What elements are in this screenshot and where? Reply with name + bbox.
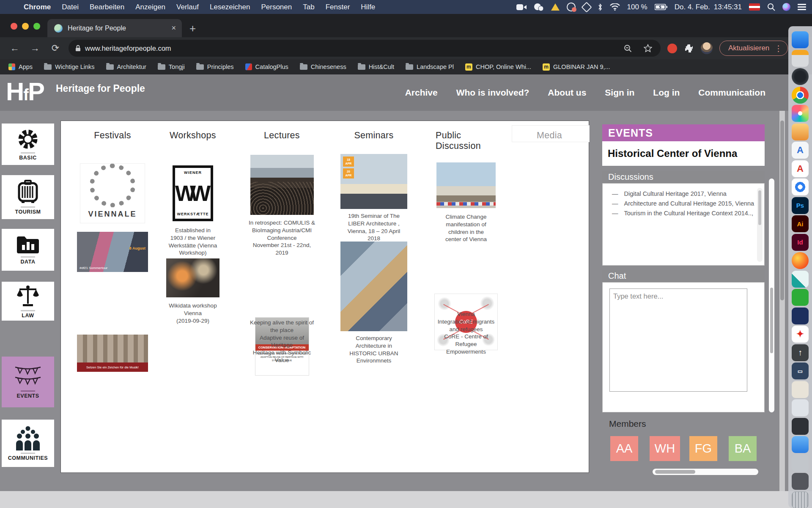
menubar-item-fenster[interactable]: Fenster — [326, 3, 350, 11]
sidebar-item-law[interactable]: LAW — [2, 282, 54, 321]
menubar-item-verlauf[interactable]: Verlauf — [176, 3, 199, 11]
dock-preview-icon[interactable] — [792, 124, 809, 140]
menubar-item-personen[interactable]: Personen — [261, 3, 292, 11]
discussions-scrollbar[interactable] — [757, 188, 763, 262]
adblock-extension-icon[interactable] — [667, 44, 677, 53]
panel-scrollbar[interactable] — [769, 178, 774, 412]
profile-avatar[interactable] — [701, 42, 713, 54]
climate-manifestation-photo[interactable] — [436, 162, 496, 208]
dock-wechat-icon[interactable] — [792, 289, 809, 306]
siri-icon[interactable] — [782, 3, 790, 11]
dock-swirl-app-icon[interactable] — [792, 178, 809, 195]
bookmark-histcult[interactable]: Hist&Cult — [358, 63, 394, 70]
bookmark-wichtige-links[interactable]: Wichtige Links — [44, 63, 94, 70]
wiener-werkstaette-logo-card[interactable]: WIENER WW WERKSTÆTTE — [173, 165, 213, 221]
dock-camera-lens-icon[interactable] — [792, 68, 809, 85]
discussion-item[interactable]: —Tourism in the Cultural Heritage Contex… — [612, 210, 760, 217]
seminar-cityscape-photo[interactable] — [340, 242, 407, 331]
member-tile-aa[interactable]: AA — [610, 436, 638, 461]
nav-log-in[interactable]: Log in — [653, 88, 680, 98]
dock-share-app-icon[interactable]: ↑ — [792, 344, 809, 361]
dock-gray-window-icon[interactable] — [792, 455, 809, 472]
minimize-window-button[interactable] — [22, 23, 29, 30]
refresh-pill-button[interactable]: Aktualisieren ⋮ — [719, 41, 788, 56]
viennale-logo-card[interactable]: VIENNALE — [80, 163, 145, 223]
wifi-icon[interactable] — [610, 3, 620, 11]
bookmark-chineseness[interactable]: Chineseness — [300, 63, 346, 70]
menubar-item-anzeigen[interactable]: Anzeigen — [135, 3, 165, 11]
address-bar[interactable]: www.heritageforpeople.com — [69, 40, 661, 57]
menubar-item-lesezeichen[interactable]: Lesezeichen — [210, 3, 250, 11]
festival-bus-photo[interactable]: 8 August #df21 Sommertour — [77, 232, 148, 272]
video-camera-icon[interactable] — [516, 4, 527, 11]
page-scrollbar-thumb[interactable] — [780, 121, 784, 300]
reload-button[interactable]: ⟳ — [50, 43, 61, 54]
dock-display-icon[interactable] — [792, 31, 809, 48]
dock-finder-window-icon[interactable] — [792, 399, 809, 416]
dock-acrobat-icon[interactable]: ✦ — [792, 326, 809, 343]
discussion-item[interactable]: —Architecture and Cultural Heritage 2015… — [612, 200, 760, 207]
dock-mail-icon[interactable] — [792, 436, 809, 453]
dock-flame-app-icon[interactable] — [792, 252, 809, 269]
creative-cloud-icon[interactable] — [567, 3, 576, 11]
new-tab-button[interactable]: + — [189, 22, 196, 35]
dock-trash-icon[interactable] — [792, 492, 809, 508]
notification-center-icon[interactable] — [798, 3, 806, 11]
menubar-item-datei[interactable]: Datei — [62, 3, 79, 11]
workshop-photo[interactable] — [166, 258, 219, 297]
menubar-app-name[interactable]: Chrome — [24, 3, 51, 11]
box-sync-icon[interactable] — [581, 2, 592, 12]
member-tile-wh[interactable]: WH — [650, 436, 680, 461]
search-icon[interactable] — [767, 3, 775, 11]
dock-indesign-icon[interactable]: Id — [792, 234, 809, 251]
nav-about-us[interactable]: About us — [548, 88, 586, 98]
dock-terminal-icon[interactable] — [792, 418, 809, 435]
seminar-vienna-photo[interactable]: 18 APR 20 APR — [340, 154, 407, 209]
nav-sign-in[interactable]: Sign in — [605, 88, 634, 98]
wechat-icon[interactable] — [534, 3, 544, 11]
bookmark-apps[interactable]: Apps — [8, 63, 33, 70]
chat-input[interactable] — [609, 288, 747, 392]
dock-teal-mountain-app-icon[interactable] — [792, 271, 809, 288]
browser-tab[interactable]: Heritage for People × — [47, 19, 182, 37]
festival-arcade-photo[interactable]: Setzen Sie ein Zeichen für die Musik! — [77, 335, 148, 372]
dock-calculator-icon[interactable] — [792, 50, 809, 67]
warning-icon[interactable] — [551, 3, 560, 11]
menubar-item-tab[interactable]: Tab — [303, 3, 314, 11]
close-window-button[interactable] — [11, 23, 17, 30]
back-button[interactable]: ← — [9, 43, 20, 54]
sidebar-item-events[interactable]: EVENTS — [2, 357, 54, 407]
menubar-time[interactable]: 13:45:31 — [714, 3, 742, 11]
member-tile-ba[interactable]: BA — [729, 436, 757, 461]
sidebar-item-communities[interactable]: COMMUNITIES — [2, 420, 54, 467]
battery-icon[interactable] — [655, 4, 667, 10]
extensions-puzzle-icon[interactable] — [684, 43, 694, 53]
zoom-out-icon[interactable] — [624, 44, 632, 52]
bookmark-architektur[interactable]: Architektur — [106, 63, 146, 70]
page-scrollbar[interactable] — [779, 111, 785, 491]
dock-video-meeting-icon[interactable]: ▭ — [792, 362, 809, 379]
menubar-item-bearbeiten[interactable]: Bearbeiten — [90, 3, 124, 11]
nav-communication[interactable]: Communication — [698, 88, 765, 98]
dock-blue-a-app-icon[interactable]: A — [792, 142, 809, 159]
battery-percent[interactable]: 100 % — [627, 3, 647, 11]
nav-archive[interactable]: Archive — [405, 88, 438, 98]
bluetooth-icon[interactable] — [598, 3, 603, 11]
dock-photoshop-icon[interactable]: Ps — [792, 197, 809, 214]
bookmark-principles[interactable]: Principles — [196, 63, 234, 70]
dock-dark-window-icon[interactable] — [792, 473, 809, 490]
site-logo[interactable]: HfP — [6, 77, 44, 106]
austria-flag-icon[interactable] — [749, 3, 760, 11]
bookmark-catalogplus[interactable]: CatalogPlus — [245, 63, 288, 70]
dock-chrome-icon[interactable] — [792, 87, 809, 104]
bookmark-chop[interactable]: mCHOP, Online Whi... — [465, 63, 531, 71]
bookmark-star-icon[interactable] — [644, 44, 652, 52]
sidebar-item-basic[interactable]: BASIC — [2, 124, 54, 165]
dock-red-a-app-icon[interactable]: A — [792, 160, 809, 177]
sidebar-item-data[interactable]: DATA — [2, 229, 54, 271]
bookmark-tongji[interactable]: Tongji — [158, 63, 185, 70]
more-menu-icon[interactable]: ⋮ — [774, 44, 782, 53]
tab-close-icon[interactable]: × — [171, 24, 176, 33]
lecture-auditorium-photo[interactable] — [250, 155, 314, 215]
dock-stickies-icon[interactable] — [792, 381, 809, 398]
